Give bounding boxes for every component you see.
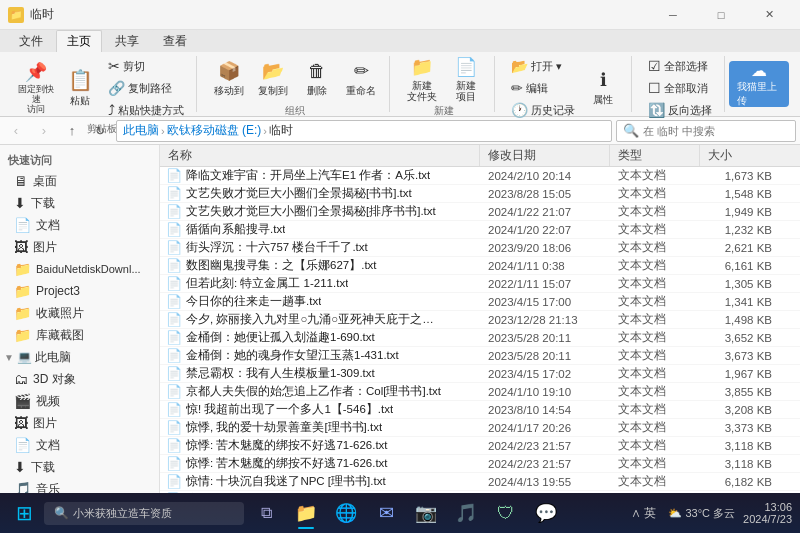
sidebar-item-downloads[interactable]: ⬇ 下载: [0, 192, 159, 214]
taskbar-app-explorer[interactable]: 📁: [288, 495, 324, 531]
new-folder-button[interactable]: 📁 新建文件夹: [402, 56, 442, 102]
sidebar-item-pictures2[interactable]: 🖼 图片: [0, 412, 159, 434]
file-row[interactable]: 📄 文艺失败才觉巨大小圈们全景揭秘[排序书书].txt 2024/1/22 21…: [160, 203, 800, 221]
sidebar-item-downloads2[interactable]: ⬇ 下载: [0, 456, 159, 478]
file-date-cell: 2024/2/10 20:14: [480, 170, 610, 182]
paste-shortcut-button[interactable]: ⤴粘贴快捷方式: [104, 100, 188, 120]
edit-button[interactable]: ✏编辑: [507, 78, 579, 98]
file-row[interactable]: 📄 惊悸: 苦木魅魔的绑按不好逃71-626.txt 2024/2/23 21:…: [160, 437, 800, 455]
cut-button[interactable]: ✂剪切: [104, 56, 188, 76]
up-button[interactable]: ↑: [60, 120, 84, 142]
taskbar-app-camera[interactable]: 📷: [408, 495, 444, 531]
file-date-cell: 2022/1/11 15:07: [480, 278, 610, 290]
file-row[interactable]: 📄 降临文难宇宙：开局坐上汽车E1 作者：A乐.txt 2024/2/10 20…: [160, 167, 800, 185]
invert-selection-button[interactable]: 🔃反向选择: [644, 100, 716, 120]
file-type-cell: 文本文档: [610, 438, 700, 453]
maximize-button[interactable]: □: [698, 0, 744, 30]
sidebar-item-project3[interactable]: 📁 Project3: [0, 280, 159, 302]
file-row[interactable]: 📄 今日你的往来走一趟事.txt 2023/4/15 17:00 文本文档 1,…: [160, 293, 800, 311]
file-row[interactable]: 📄 街头浮沉：十六757 楼台千千了.txt 2023/9/20 18:06 文…: [160, 239, 800, 257]
address-bar[interactable]: 此电脑 › 欧钛移动磁盘 (E:) › 临时: [116, 120, 612, 142]
col-header-date[interactable]: 修改日期: [480, 145, 610, 166]
file-row[interactable]: 📄 京都人夫失假的始怎追上乙作者：Col[理书书].txt 2024/1/10 …: [160, 383, 800, 401]
col-header-name[interactable]: 名称: [160, 145, 480, 166]
file-row[interactable]: 📄 但若此刻: 特立金属工 1-211.txt 2022/1/11 15:07 …: [160, 275, 800, 293]
file-row[interactable]: 📄 惊悸, 我的爱十劫景善童美[理书书].txt 2024/1/17 20:26…: [160, 419, 800, 437]
sidebar-item-documents2[interactable]: 📄 文档: [0, 434, 159, 456]
time-display[interactable]: 13:06 2024/7/23: [743, 501, 792, 525]
sidebar-item-fav-photos[interactable]: 📁 收藏照片: [0, 302, 159, 324]
sidebar-item-screenshots[interactable]: 📁 库藏截图: [0, 324, 159, 346]
search-box[interactable]: 🔍: [616, 120, 796, 142]
file-row[interactable]: 📄 文艺失败才觉巨大小圈们全景揭秘[书书].txt 2023/8/28 15:0…: [160, 185, 800, 203]
move-to-button[interactable]: 📦 移动到: [209, 56, 249, 102]
properties-button[interactable]: ℹ 属性: [583, 65, 623, 111]
forward-button[interactable]: ›: [32, 120, 56, 142]
sidebar-item-video[interactable]: 🎬 视频: [0, 390, 159, 412]
start-button[interactable]: ⊞: [8, 497, 40, 529]
video-icon: 🎬: [14, 393, 31, 409]
tab-share[interactable]: 共享: [104, 30, 150, 52]
taskbar-app-shield[interactable]: 🛡: [488, 495, 524, 531]
delete-button[interactable]: 🗑 删除: [297, 56, 337, 102]
file-row[interactable]: 📄 金桶倒：她便让孤入划溢趣1-690.txt 2023/5/28 20:11 …: [160, 329, 800, 347]
fav-photos-icon: 📁: [14, 305, 31, 321]
file-row[interactable]: 📄 金桶倒：她的魂身作女望江玉蒸1-431.txt 2023/5/28 20:1…: [160, 347, 800, 365]
paste-button[interactable]: 📋 粘贴: [60, 65, 100, 111]
file-row[interactable]: 📄 数图幽鬼搜寻集：之【乐娜627】.txt 2024/1/11 0:38 文本…: [160, 257, 800, 275]
open-button[interactable]: 📂打开 ▾: [507, 56, 579, 76]
taskbar-app-mail[interactable]: ✉: [368, 495, 404, 531]
history-button[interactable]: 🕐历史记录: [507, 100, 579, 120]
tab-home[interactable]: 主页: [56, 30, 102, 52]
file-row[interactable]: 📄 今夕, 妳丽接入九对里○九涌○亚死神天庇于之… 2023/12/28 21:…: [160, 311, 800, 329]
file-type-cell: 文本文档: [610, 456, 700, 471]
file-size-cell: 6,161 KB: [700, 260, 780, 272]
taskbar: ⊞ 🔍 小米获独立造车资质 ⧉ 📁 🌐 ✉ 📷 🎵 🛡 💬 ∧ 英 ⛅ 33°C…: [0, 493, 800, 533]
file-icon: 📄: [166, 240, 182, 255]
select-none-button[interactable]: ☐全部取消: [644, 78, 716, 98]
col-header-type[interactable]: 类型: [610, 145, 700, 166]
search-input[interactable]: [643, 125, 789, 137]
sidebar-item-3d[interactable]: 🗂 3D 对象: [0, 368, 159, 390]
minimize-button[interactable]: ─: [650, 0, 696, 30]
sidebar-item-documents[interactable]: 📄 文档: [0, 214, 159, 236]
col-header-size[interactable]: 大小: [700, 145, 780, 166]
file-name-cell: 📄 降临文难宇宙：开局坐上汽车E1 作者：A乐.txt: [160, 168, 480, 183]
close-button[interactable]: ✕: [746, 0, 792, 30]
pin-to-quick-access-button[interactable]: 📌 固定到快速访问: [16, 65, 56, 111]
copy-to-button[interactable]: 📂 复制到: [253, 56, 293, 102]
file-icon: 📄: [166, 276, 182, 291]
new-item-button[interactable]: 📄 新建项目: [446, 56, 486, 102]
file-row[interactable]: 📄 惊悸: 苦木魅魔的绑按不好逃71-626.txt 2024/2/23 21:…: [160, 455, 800, 473]
file-row[interactable]: 📄 惊情: 十块沉自我迷了NPC [理书书].txt 2024/4/13 19:…: [160, 473, 800, 491]
taskbar-search[interactable]: 🔍 小米获独立造车资质: [44, 502, 244, 525]
taskbar-app-edge[interactable]: 🌐: [328, 495, 364, 531]
back-button[interactable]: ‹: [4, 120, 28, 142]
upload-button[interactable]: ☁ 我猫里上传: [729, 61, 789, 107]
file-date-cell: 2024/1/20 22:07: [480, 224, 610, 236]
file-row[interactable]: 📄 禁忌霸权：我有人生模板量1-309.txt 2023/4/15 17:02 …: [160, 365, 800, 383]
tab-file[interactable]: 文件: [8, 30, 54, 52]
taskbar-app-chat[interactable]: 💬: [528, 495, 564, 531]
sidebar-item-pictures[interactable]: 🖼 图片: [0, 236, 159, 258]
rename-button[interactable]: ✏ 重命名: [341, 56, 381, 102]
file-type-cell: 文本文档: [610, 276, 700, 291]
addr-part-pc[interactable]: 此电脑: [123, 122, 159, 139]
file-row[interactable]: 📄 循循向系船搜寻.txt 2024/1/20 22:07 文本文档 1,232…: [160, 221, 800, 239]
taskbar-app-taskview[interactable]: ⧉: [248, 495, 284, 531]
weather-icon: ⛅: [668, 507, 682, 520]
sidebar-item-desktop[interactable]: 🖥 桌面: [0, 170, 159, 192]
this-pc-expand[interactable]: ▼ 💻 此电脑: [0, 346, 159, 368]
file-row[interactable]: 📄 惊! 我超前出现了一个多人1【-546】.txt 2023/8/10 14:…: [160, 401, 800, 419]
copy-path-button[interactable]: 🔗复制路径: [104, 78, 188, 98]
addr-part-drive[interactable]: 欧钛移动磁盘 (E:): [167, 122, 262, 139]
taskbar-app-music[interactable]: 🎵: [448, 495, 484, 531]
addr-part-folder[interactable]: 临时: [269, 122, 293, 139]
select-all-button[interactable]: ☑全部选择: [644, 56, 716, 76]
taskbar-tray[interactable]: ∧ 英: [627, 495, 660, 531]
file-type-cell: 文本文档: [610, 240, 700, 255]
refresh-button[interactable]: ↻: [88, 120, 112, 142]
sidebar-item-baidu[interactable]: 📁 BaiduNetdiskDownl...: [0, 258, 159, 280]
file-size-cell: 1,949 KB: [700, 206, 780, 218]
tab-view[interactable]: 查看: [152, 30, 198, 52]
